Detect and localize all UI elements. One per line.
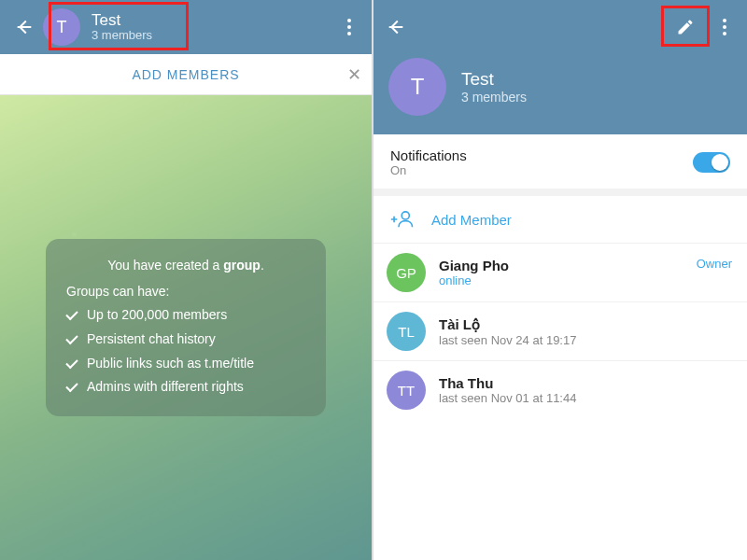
feature-list: Up to 200,000 members Persistent chat hi…: [66, 305, 305, 398]
svg-point-0: [402, 212, 409, 219]
back-button[interactable]: [379, 10, 413, 44]
group-name: Test: [461, 69, 527, 90]
member-name: Giang Pho: [439, 258, 509, 273]
feature-text: Persistent chat history: [87, 329, 216, 350]
group-avatar-letter: T: [411, 74, 425, 100]
notifications-value: On: [390, 163, 467, 177]
member-status: online: [439, 273, 509, 287]
pencil-icon: [676, 18, 695, 36]
group-avatar: T: [43, 8, 80, 46]
member-row[interactable]: TTTha Thulast seen Nov 01 at 11:44: [374, 360, 747, 419]
member-initials: TT: [398, 383, 415, 399]
group-members-count: 3 members: [461, 90, 527, 105]
member-name: Tha Thu: [439, 375, 576, 391]
chat-pane: T Test 3 members ADD MEMBERS ✕ You have …: [0, 0, 374, 560]
add-member-icon: [390, 209, 415, 230]
back-button[interactable]: [7, 10, 41, 44]
add-members-bar[interactable]: ADD MEMBERS ✕: [0, 54, 372, 95]
check-icon: [65, 332, 78, 344]
edit-button[interactable]: [665, 0, 706, 54]
group-created-card: You have created a group. Groups can hav…: [46, 239, 326, 416]
card-subtitle: Groups can have:: [66, 282, 305, 302]
members-list: GPGiang PhoonlineOwnerTLTài Lộlast seen …: [374, 243, 747, 419]
member-row[interactable]: TLTài Lộlast seen Nov 24 at 19:17: [374, 301, 747, 360]
feature-text: Public links such as t.me/title: [87, 354, 254, 374]
member-row[interactable]: GPGiang PhoonlineOwner: [374, 243, 747, 301]
feature-text: Up to 200,000 members: [87, 305, 227, 326]
check-icon: [65, 356, 78, 368]
group-members-count: 3 members: [92, 29, 152, 42]
add-member-label: Add Member: [431, 212, 512, 228]
notifications-toggle[interactable]: [693, 152, 730, 173]
check-icon: [65, 380, 78, 392]
feature-item: Persistent chat history: [66, 329, 305, 350]
member-initials: TL: [398, 324, 415, 340]
member-status: last seen Nov 24 at 19:17: [439, 333, 576, 347]
group-name: Test: [92, 12, 152, 30]
more-menu-button[interactable]: [706, 0, 743, 54]
group-avatar: T: [388, 58, 446, 116]
kebab-icon: [723, 19, 726, 35]
notifications-row[interactable]: Notifications On: [374, 134, 747, 196]
back-arrow-icon: [14, 17, 35, 37]
group-info-pane: T Test 3 members Notifications On Add Me…: [374, 0, 747, 560]
group-title-block[interactable]: T Test 3 members: [43, 8, 152, 46]
feature-text: Admins with different rights: [87, 377, 244, 398]
member-status: last seen Nov 01 at 11:44: [439, 391, 576, 405]
card-title: You have created a group.: [66, 256, 305, 276]
group-profile: T Test 3 members: [374, 54, 747, 134]
add-member-row[interactable]: Add Member: [374, 196, 747, 243]
add-members-label: ADD MEMBERS: [132, 67, 239, 82]
member-role: Owner: [697, 257, 732, 271]
check-icon: [65, 308, 78, 320]
kebab-icon: [347, 19, 351, 35]
close-icon[interactable]: ✕: [347, 64, 362, 85]
member-name: Tài Lộ: [439, 316, 576, 333]
back-arrow-icon: [386, 17, 406, 37]
group-avatar-letter: T: [57, 18, 67, 37]
feature-item: Up to 200,000 members: [66, 305, 305, 326]
chat-area: You have created a group. Groups can hav…: [0, 95, 372, 560]
notifications-label: Notifications: [390, 147, 467, 163]
member-avatar: TL: [387, 312, 426, 351]
card-title-post: .: [261, 258, 264, 273]
info-header: [374, 0, 747, 54]
card-title-pre: You have created a: [107, 258, 223, 273]
feature-item: Admins with different rights: [66, 377, 305, 398]
member-avatar: TT: [387, 371, 426, 410]
member-avatar: GP: [387, 253, 426, 292]
chat-header: T Test 3 members: [0, 0, 372, 54]
more-menu-button[interactable]: [331, 0, 368, 54]
member-initials: GP: [396, 265, 416, 281]
card-title-bold: group: [223, 258, 261, 273]
feature-item: Public links such as t.me/title: [66, 354, 305, 374]
